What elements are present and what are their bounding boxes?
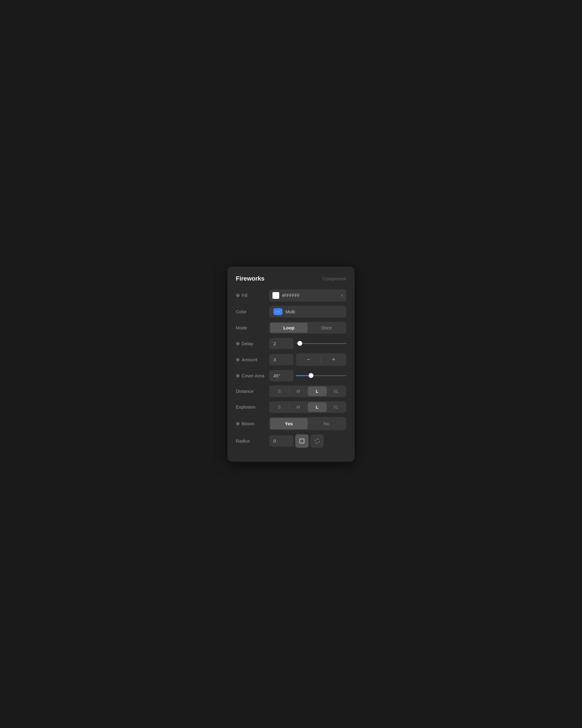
circle-dashed-icon (315, 439, 320, 443)
fill-plus-icon[interactable]: ⊕ (236, 292, 240, 298)
mode-once-option[interactable]: Once (308, 323, 345, 333)
bloom-row: ⊕ Bloom Yes No (236, 417, 346, 430)
cover-area-input[interactable]: 45° (269, 370, 294, 381)
color-row: Color ··· Multi (236, 306, 346, 318)
radius-input[interactable]: 0 (269, 435, 294, 446)
bloom-plus-icon[interactable]: ⊕ (236, 421, 240, 426)
color-value: Multi (285, 309, 295, 314)
cover-area-plus-icon[interactable]: ⊕ (236, 373, 240, 379)
distance-s-option[interactable]: S (270, 386, 288, 396)
cover-area-slider-thumb[interactable] (309, 373, 313, 378)
amount-stepper: − + (296, 354, 346, 366)
delay-controls: 2 (269, 338, 346, 349)
bloom-yes-option[interactable]: Yes (270, 418, 308, 429)
bloom-controls: Yes No (269, 417, 346, 430)
delay-slider-thumb[interactable] (297, 341, 302, 346)
radius-square-button[interactable] (295, 434, 309, 448)
radius-circle-button[interactable] (310, 434, 324, 448)
distance-xl-option[interactable]: XL (327, 386, 345, 396)
cover-area-controls: 45° (269, 370, 346, 381)
fireworks-panel: Fireworks Component ⊕ Fill #FFFFFF × Col… (227, 267, 355, 462)
amount-input[interactable]: 3 (269, 354, 294, 365)
bloom-no-option[interactable]: No (308, 418, 345, 429)
panel-subtitle: Component (323, 276, 346, 281)
bloom-toggle: Yes No (269, 417, 346, 430)
fill-label: ⊕ Fill (236, 292, 269, 298)
explosion-l-option[interactable]: L (308, 402, 327, 412)
mode-controls: Loop Once (269, 322, 346, 334)
cover-area-slider-container (296, 375, 346, 376)
amount-decrement-button[interactable]: − (296, 354, 321, 366)
fill-hex-value: #FFFFFF (282, 293, 338, 298)
square-icon (300, 439, 304, 443)
fill-color-swatch[interactable] (272, 292, 279, 299)
amount-label: ⊕ Amount (236, 357, 269, 363)
distance-size-group: S M L XL (269, 386, 346, 397)
cover-area-slider-track[interactable] (296, 375, 346, 376)
fill-row: ⊕ Fill #FFFFFF × (236, 289, 346, 302)
distance-l-option[interactable]: L (308, 386, 327, 396)
distance-label: Distance (236, 389, 269, 394)
mode-segmented: Loop Once (269, 322, 346, 334)
color-dots-icon: ··· (273, 308, 282, 315)
explosion-row: Explosion S M L XL (236, 401, 346, 413)
explosion-size-group: S M L XL (269, 401, 346, 413)
amount-increment-button[interactable]: + (321, 354, 347, 366)
radius-label: Radius (236, 438, 269, 443)
delay-input[interactable]: 2 (269, 338, 294, 349)
distance-row: Distance S M L XL (236, 386, 346, 397)
mode-row: Mode Loop Once (236, 322, 346, 334)
color-label: Color (236, 309, 269, 314)
explosion-s-option[interactable]: S (270, 402, 288, 412)
radius-controls: 0 (269, 434, 346, 448)
cover-area-row: ⊕ Cover Area 45° (236, 370, 346, 381)
delay-slider-container (296, 343, 346, 344)
explosion-m-option[interactable]: M (289, 402, 307, 412)
amount-row: ⊕ Amount 3 − + (236, 354, 346, 366)
amount-plus-icon[interactable]: ⊕ (236, 357, 240, 363)
distance-controls: S M L XL (269, 386, 346, 397)
fill-controls: #FFFFFF × (269, 289, 346, 302)
distance-m-option[interactable]: M (289, 386, 307, 396)
delay-row: ⊕ Delay 2 (236, 338, 346, 349)
amount-controls: 3 − + (269, 354, 346, 366)
explosion-controls: S M L XL (269, 401, 346, 413)
fill-clear-button[interactable]: × (341, 293, 343, 298)
delay-slider-track[interactable] (296, 343, 346, 344)
explosion-label: Explosion (236, 404, 269, 410)
bloom-label: ⊕ Bloom (236, 421, 269, 426)
explosion-xl-option[interactable]: XL (327, 402, 345, 412)
color-controls: ··· Multi (269, 306, 346, 318)
cover-area-label: ⊕ Cover Area (236, 373, 269, 379)
delay-label: ⊕ Delay (236, 341, 269, 346)
delay-plus-icon[interactable]: ⊕ (236, 341, 240, 346)
mode-loop-option[interactable]: Loop (270, 323, 308, 333)
fill-input[interactable]: #FFFFFF × (269, 289, 346, 302)
panel-header: Fireworks Component (236, 275, 346, 282)
color-button[interactable]: ··· Multi (269, 306, 346, 318)
mode-label: Mode (236, 325, 269, 330)
radius-row: Radius 0 (236, 434, 346, 448)
panel-title: Fireworks (236, 275, 264, 282)
